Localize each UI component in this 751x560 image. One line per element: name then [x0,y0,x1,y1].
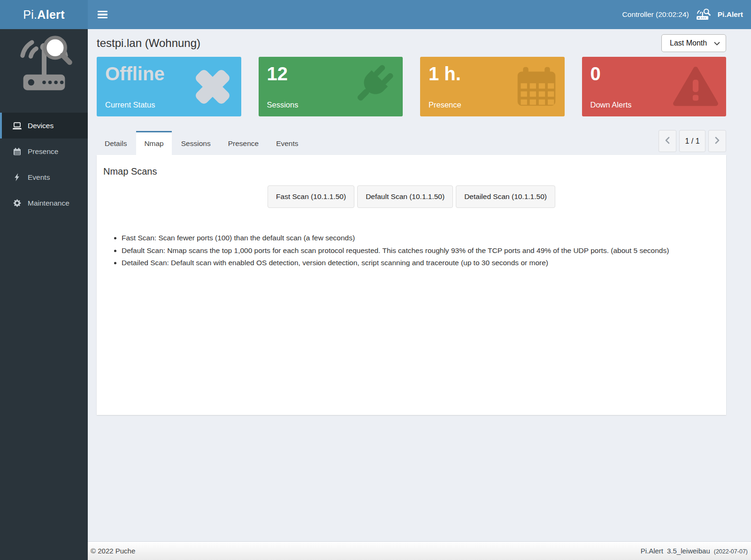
status-card-sessions[interactable]: 12 Sessions [259,57,403,116]
scan-note: Default Scan: Nmap scans the top 1,000 p… [122,246,720,255]
card-label: Sessions [267,100,299,109]
tab-sessions[interactable]: Sessions [173,131,219,155]
period-select[interactable]: Last Month [661,34,726,52]
status-card-current-status[interactable]: Offline Current Status [97,57,241,116]
page-title: testpi.lan (Wohnung) [97,37,200,50]
pialert-logo-image [0,29,88,98]
page-indicator: 1 / 1 [679,130,705,152]
card-label: Down Alerts [590,100,632,109]
sidebar-menu: Devices Presence [0,113,88,216]
app-logo-text: Pi.Alert [23,8,65,22]
period-select-value: Last Month [670,39,707,47]
footer-version-info: Pi.Alert 3.5_leiweibau (2022-07-07) [641,547,748,555]
next-page-button[interactable] [708,130,726,152]
footer-version: 3.5_leiweibau [667,547,710,555]
footer-copyright: © 2022 Puche [91,547,135,555]
footer-brand: Pi.Alert [641,547,663,555]
scan-note: Fast Scan: Scan fewer ports (100) than t… [122,233,720,242]
device-tabs: Details Nmap Sessions Presence Events [97,131,308,155]
sidebar-item-label: Devices [28,122,54,130]
scan-note: Detailed Scan: Default scan with enabled… [122,258,720,267]
controller-status[interactable]: Controller (20:02:24) [622,10,689,19]
plug-icon [346,62,396,112]
navbar-right: Controller (20:02:24) Pi.A [622,8,743,21]
chevron-right-icon [715,137,720,146]
sidebar-item-label: Presence [28,147,58,156]
sidebar-item-maintenance[interactable]: Maintenance [0,190,88,216]
navbar: Controller (20:02:24) Pi.A [88,0,751,29]
status-cards: Offline Current Status 12 Sessions [97,57,726,116]
nmap-panel: Nmap Scans Fast Scan (10.1.1.50) Default… [97,155,726,415]
top-bar: Pi.Alert Controller (20:02:24) [0,0,751,29]
calendar-icon [12,148,22,155]
tab-presence[interactable]: Presence [220,131,267,155]
main-content: testpi.lan (Wohnung) Last Month Offline … [88,29,751,541]
detailed-scan-button[interactable]: Detailed Scan (10.1.1.50) [456,185,555,208]
tab-details[interactable]: Details [97,131,135,155]
tab-nmap[interactable]: Nmap [136,131,171,155]
sidebar-item-presence[interactable]: Presence [0,138,88,164]
chevron-down-icon [714,39,720,47]
panel-heading: Nmap Scans [103,166,720,177]
warning-icon [672,65,720,108]
card-label: Presence [429,100,461,109]
laptop-icon [12,122,22,130]
footer: © 2022 Puche Pi.Alert 3.5_leiweibau (202… [88,541,751,560]
scan-notes: Fast Scan: Scan fewer ports (100) than t… [109,233,720,267]
sidebar-item-events[interactable]: Events [0,164,88,190]
gear-icon [12,199,22,207]
sidebar: Devices Presence [0,29,88,560]
device-pager: 1 / 1 [659,130,726,152]
tab-events[interactable]: Events [268,131,306,155]
app-logo[interactable]: Pi.Alert [0,0,88,29]
bolt-icon [12,173,22,181]
footer-date: (2022-07-07) [714,548,748,555]
x-mark-icon [191,65,235,109]
default-scan-button[interactable]: Default Scan (10.1.1.50) [357,185,453,208]
card-label: Current Status [105,100,155,109]
status-card-down-alerts[interactable]: 0 Down Alerts [582,57,727,116]
router-icon[interactable] [695,8,712,21]
calendar-icon [515,65,558,108]
chevron-left-icon [665,137,670,146]
prev-page-button[interactable] [659,130,676,152]
sidebar-item-label: Maintenance [28,199,69,207]
fast-scan-button[interactable]: Fast Scan (10.1.1.50) [268,185,354,208]
sidebar-item-devices[interactable]: Devices [0,113,88,138]
brand-link[interactable]: Pi.Alert [718,10,743,19]
status-card-presence[interactable]: 1 h. Presence [420,57,565,116]
sidebar-item-label: Events [28,173,50,182]
hamburger-icon [98,11,107,19]
sidebar-toggle-button[interactable] [88,9,107,20]
